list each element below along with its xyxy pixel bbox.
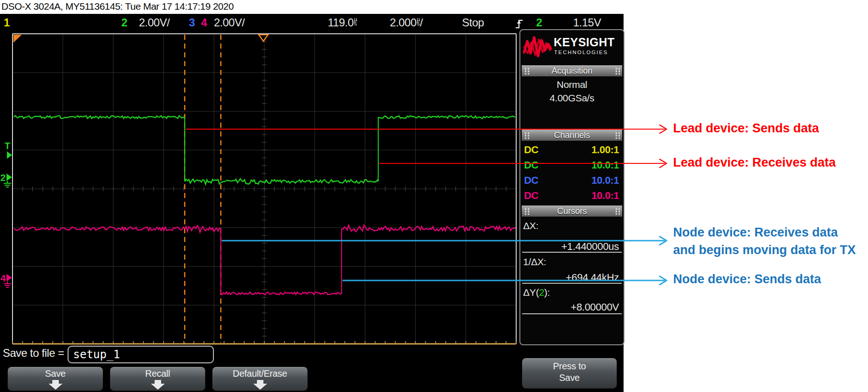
drag-grip-icon[interactable]: [524, 67, 530, 75]
ch1-probe-ratio: 1.00:1: [592, 144, 619, 156]
save-button[interactable]: Save: [7, 367, 103, 391]
brand-subtitle: TECHNOLOGIES: [554, 50, 608, 55]
brand-name: KEYSIGHT: [554, 36, 615, 49]
svg-text:2: 2: [0, 173, 6, 183]
down-arrow-icon: [151, 384, 165, 390]
down-arrow-icon: [253, 384, 267, 390]
press-to-save-line1: Press to: [522, 361, 617, 372]
annotation-node-receives-line2: and begins moving data for TX: [673, 241, 856, 259]
down-arrow-icon: [52, 380, 59, 384]
drag-grip-icon[interactable]: [524, 207, 530, 215]
ch3-probe-ratio: 10.0:1: [592, 174, 619, 187]
divider: [522, 283, 622, 284]
cursor-inv-dx-label: 1/ΔX:: [523, 256, 546, 268]
cursor-inv-dx-value: +694.44kHz: [566, 272, 619, 284]
drag-grip-icon[interactable]: [614, 131, 620, 139]
annotation-node-sends: Node device: Sends data: [673, 272, 821, 286]
sidebar-panel: KEYSIGHT TECHNOLOGIES Acquisition Normal…: [519, 29, 624, 345]
filename-field[interactable]: setup_1: [68, 346, 214, 363]
drag-grip-icon[interactable]: [524, 131, 530, 139]
channels-header-label: Channels: [530, 130, 614, 140]
recall-button[interactable]: Recall: [110, 367, 206, 391]
window-title: DSO-X 3024A, MY51136145: Tue Mar 17 14:1…: [1, 1, 234, 12]
press-to-save-line2: Save: [522, 373, 617, 383]
cursor-dy-value: +8.00000V: [571, 301, 619, 313]
screenshot-root: DSO-X 3024A, MY51136145: Tue Mar 17 14:1…: [0, 0, 868, 392]
default-erase-button[interactable]: Default/Erase: [212, 367, 308, 391]
acquisition-mode: Normal: [520, 79, 624, 90]
default-erase-button-label: Default/Erase: [212, 368, 307, 379]
ch2-coupling: DC: [524, 159, 538, 171]
ch4-probe-ratio: 10.0:1: [592, 190, 619, 202]
cursor-dy-label: ΔY(2):: [523, 287, 550, 298]
annotation-lead-sends: Lead device: Sends data: [673, 121, 819, 136]
drag-grip-icon[interactable]: [614, 207, 620, 215]
annotation-node-receives-line1: Node device: Receives data: [673, 224, 856, 241]
ch2-probe-ratio: 10.0:1: [592, 159, 619, 171]
down-arrow-icon: [257, 380, 263, 384]
divider: [522, 313, 622, 314]
acquisition-header[interactable]: Acquisition: [522, 65, 622, 76]
drag-grip-icon[interactable]: [614, 67, 620, 75]
down-arrow-icon: [49, 384, 62, 390]
down-arrow-icon: [155, 380, 161, 384]
cursors-header-label: Cursors: [530, 206, 614, 216]
divider: [522, 252, 622, 253]
channel-row-2[interactable]: DC 10.0:1: [520, 158, 624, 173]
channels-header[interactable]: Channels: [522, 130, 622, 141]
cursor-dy-channel: 2: [539, 287, 544, 298]
cursors-header[interactable]: Cursors: [522, 205, 622, 217]
channel-row-3[interactable]: DC 10.0:1: [520, 174, 624, 188]
ch1-coupling: DC: [524, 144, 538, 156]
save-button-label: Save: [8, 368, 103, 379]
acquisition-sample-rate: 4.00GSa/s: [520, 93, 624, 104]
ch3-coupling: DC: [524, 174, 538, 187]
channel-row-1[interactable]: DC 1.00:1: [520, 143, 624, 157]
recall-button-label: Recall: [110, 368, 205, 379]
press-to-save-button[interactable]: Press to Save: [522, 358, 617, 389]
channel-row-4[interactable]: DC 10.0:1: [520, 189, 624, 203]
svg-text:4: 4: [0, 273, 6, 283]
annotation-lead-receives: Lead device: Receives data: [673, 156, 836, 170]
keysight-logo-icon: [523, 35, 552, 60]
svg-text:T: T: [5, 141, 10, 151]
cursor-dx-label: ΔX:: [523, 220, 538, 231]
acquisition-header-label: Acquisition: [530, 66, 614, 76]
oscilloscope-screen: 1 2 2.00V/ 3 4 2.00V/ 119.0µs 2.000µs/ S…: [0, 14, 624, 392]
annotation-node-receives: Node device: Receives data and begins mo…: [673, 224, 856, 259]
cursor-dx-value: +1.440000us: [561, 241, 619, 253]
save-to-file-label: Save to file =: [3, 347, 64, 360]
filename-value: setup_1: [73, 348, 120, 361]
ch4-coupling: DC: [524, 190, 538, 202]
